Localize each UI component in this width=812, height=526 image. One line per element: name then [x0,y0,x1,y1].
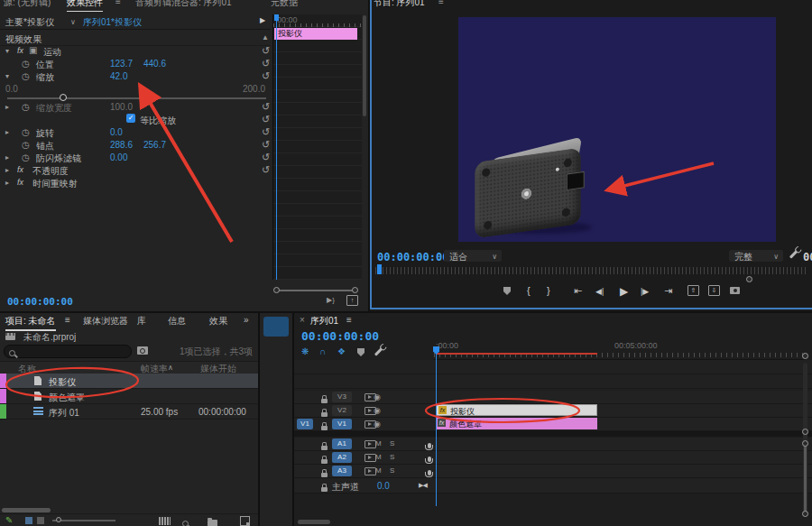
tab-program[interactable]: 节目: 序列01 [374,0,425,9]
reset-icon[interactable]: ↺ [262,127,270,137]
sequence-clip-link[interactable]: 序列01*投影仪 [83,16,142,29]
stopwatch-icon[interactable]: ◷ [22,152,30,162]
program-timecode[interactable]: 00:00:00:00 [377,251,448,263]
effect-timecode[interactable]: 00:00:00:00 [7,296,73,308]
effect-mini-timeline[interactable]: 00:00 投影仪 [272,14,362,280]
image-search-icon[interactable] [137,346,148,355]
tab-libraries[interactable]: 库 [137,315,146,328]
uniform-scale-row[interactable]: ✓ 等比缩放 ↺ [0,114,271,126]
lock-icon[interactable] [321,473,328,477]
clip-projector[interactable]: fx 投影仪 [436,404,597,416]
track-v2[interactable]: V2 ◉ fx 投影仪 [294,404,812,418]
twirl-closed-icon[interactable]: ▸ [5,153,9,161]
twirl-closed-icon[interactable]: ▸ [5,103,9,111]
source-patch-v1[interactable]: V1 [297,419,313,429]
tab-overflow-icon[interactable]: » [244,315,249,325]
scale-width-row[interactable]: ▸ ◷ 缩放宽度 100.0 ↺ [0,101,271,114]
lock-icon[interactable] [321,399,328,403]
panel-menu-icon[interactable]: ≡ [438,0,444,6]
reset-icon[interactable]: ↺ [262,152,270,162]
track-visibility-eye-icon[interactable]: ◉ [374,420,381,429]
track-name-v1[interactable]: V1 [332,419,352,429]
position-x-value[interactable]: 123.7 [110,59,133,69]
new-bin-icon[interactable] [208,520,217,526]
uniform-scale-checkbox[interactable]: ✓ [126,114,135,123]
tab-effects[interactable]: 效果 [209,315,227,328]
solo-button[interactable]: S [390,439,394,448]
thumb-zoom-slider[interactable] [52,520,115,521]
reset-icon[interactable]: ↺ [262,59,270,69]
sync-lock-icon[interactable] [364,467,376,475]
antiflicker-row[interactable]: ▸ ◷ 防闪烁滤镜 0.00 ↺ [0,152,271,164]
project-file-row[interactable]: 未命名.prproj [0,330,258,343]
twirl-closed-icon[interactable]: ▸ [5,128,9,136]
export-frame-icon[interactable] [730,287,740,294]
tab-effect-controls[interactable]: 效果控件 [67,0,103,12]
effect-zoom-bar[interactable] [271,287,361,294]
mini-playhead-line[interactable] [276,14,277,280]
antiflicker-value[interactable]: 0.00 [110,152,127,162]
tab-metadata[interactable]: 元数据 [271,0,298,9]
track-master[interactable]: 主声道 0.0 ▶◀ [294,478,812,494]
mute-button[interactable]: M [375,466,382,475]
add-marker-icon[interactable] [357,348,364,356]
twirl-open-icon[interactable]: ▾ [5,72,9,80]
stopwatch-icon[interactable]: ◷ [22,140,30,150]
wrench-icon[interactable] [789,250,798,258]
mark-in-icon[interactable]: { [527,285,531,296]
export-attributes-icon[interactable]: ↑ [346,295,358,306]
section-collapse-icon[interactable]: ▲ [262,33,269,42]
vzoom-handle-bottom[interactable] [802,511,808,517]
lock-icon[interactable] [321,446,328,450]
scale-row[interactable]: ▾ ◷ 缩放 42.0 ↺ [0,70,271,83]
play-button-icon[interactable]: ▶ [620,285,628,298]
label-chip-green[interactable] [0,404,6,419]
stopwatch-icon[interactable]: ◷ [22,102,30,112]
reset-icon[interactable]: ↺ [262,46,270,56]
find-icon[interactable] [182,521,189,526]
lock-icon[interactable] [321,412,328,417]
timeline-ruler[interactable]: :00:00 00:05:00:00 [434,341,806,360]
ruler-zoom-handle[interactable] [802,353,808,359]
tab-media-browser[interactable]: 媒体浏览器 [83,315,128,328]
reset-icon[interactable]: ↺ [262,140,270,150]
mini-playhead-head[interactable] [274,14,279,21]
voiceover-mic-icon[interactable] [428,443,431,448]
voiceover-mic-icon[interactable] [428,457,431,462]
thumb-zoom-handle[interactable] [56,517,61,522]
program-ruler[interactable] [375,267,807,274]
play-around-icon[interactable]: ▶} [327,296,335,304]
timeline-hscrollbar[interactable] [298,520,330,524]
clip-color-matte[interactable]: fx 颜色遮罩 [436,418,597,429]
project-row[interactable]: 序列 01 25.00 fps 00:00:00:00 [0,404,258,420]
project-item-name[interactable]: 序列 01 [49,407,79,420]
track-visibility-eye-icon[interactable]: ◉ [374,406,381,415]
mark-out-icon[interactable]: } [547,285,550,296]
nest-toggle-icon[interactable]: ❋ [301,346,309,356]
add-marker-icon[interactable] [503,287,511,295]
panel-menu-icon[interactable]: ≡ [115,0,121,6]
automate-to-sequence-icon[interactable] [159,517,171,525]
reset-icon[interactable]: ↺ [262,102,270,112]
icon-view-icon[interactable] [37,517,44,524]
track-v3[interactable]: V3 ◉ [294,391,812,404]
track-name-a1[interactable]: A1 [332,438,352,449]
play-small-icon[interactable]: ▶ [260,16,265,24]
voiceover-mic-icon[interactable] [428,470,431,475]
tab-sequence[interactable]: 序列01 [310,315,338,328]
reset-icon[interactable]: ↺ [262,71,270,81]
track-a3[interactable]: A3 M S [294,465,812,478]
program-playhead[interactable] [377,264,382,274]
track-name-v3[interactable]: V3 [332,392,352,402]
close-icon[interactable]: × [300,315,305,325]
zoom-handle-left[interactable] [273,287,280,293]
mini-timeline-clip[interactable]: 投影仪 [274,28,357,40]
mute-button[interactable]: M [375,453,382,461]
track-name-v2[interactable]: V2 [332,405,352,416]
master-clip-label[interactable]: 主要*投影仪 [5,16,54,29]
project-item-name[interactable]: 颜色遮罩 [49,392,85,404]
lock-icon[interactable] [321,426,328,430]
position-row[interactable]: ◷ 位置 123.7 440.6 ↺ [0,58,271,70]
timeline-playhead-line[interactable] [436,347,437,506]
label-chip-magenta[interactable] [0,389,6,403]
